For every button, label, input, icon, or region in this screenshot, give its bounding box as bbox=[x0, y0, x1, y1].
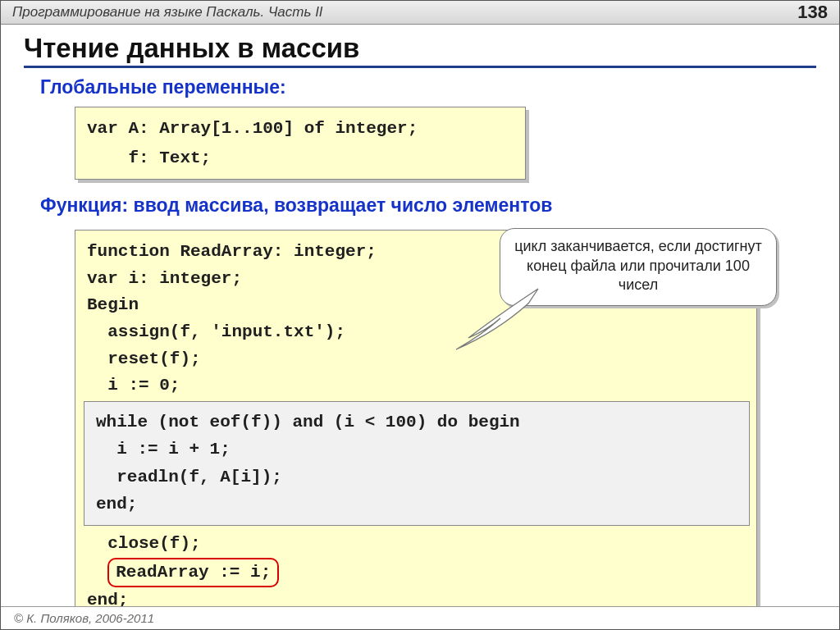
page-number: 138 bbox=[797, 2, 828, 23]
code-block-function-wrap: цикл заканчивается, если достигнут конец… bbox=[75, 230, 780, 619]
slide-header-bar: Программирование на языке Паскаль. Часть… bbox=[1, 1, 839, 25]
code-return-highlight: ReadArray := i; bbox=[107, 558, 279, 588]
title-area: Чтение данных в массив bbox=[24, 33, 816, 68]
callout-bubble: цикл заканчивается, если достигнут конец… bbox=[500, 228, 777, 305]
slide-title: Чтение данных в массив bbox=[24, 33, 816, 64]
copyright-text: © К. Поляков, 2006-2011 bbox=[14, 611, 154, 625]
callout-tail-icon bbox=[448, 279, 546, 353]
code-func-close: close(f); bbox=[87, 534, 201, 553]
chapter-title: Программирование на языке Паскаль. Часть… bbox=[12, 4, 323, 21]
subheading-function: Функция: ввод массива, возвращает число … bbox=[40, 194, 839, 217]
code-block-while-loop: while (not eof(f)) and (i < 100) do begi… bbox=[84, 401, 750, 526]
subheading-globals: Глобальные переменные: bbox=[40, 76, 839, 98]
code-block-globals: var A: Array[1..100] of integer; f: Text… bbox=[75, 107, 526, 180]
slide: Программирование на языке Паскаль. Часть… bbox=[0, 0, 840, 630]
code-func-top: function ReadArray: integer; var i: inte… bbox=[87, 242, 377, 395]
callout-text: цикл заканчивается, если достигнут конец… bbox=[514, 238, 762, 293]
footer-bar: © К. Поляков, 2006-2011 bbox=[1, 606, 839, 629]
